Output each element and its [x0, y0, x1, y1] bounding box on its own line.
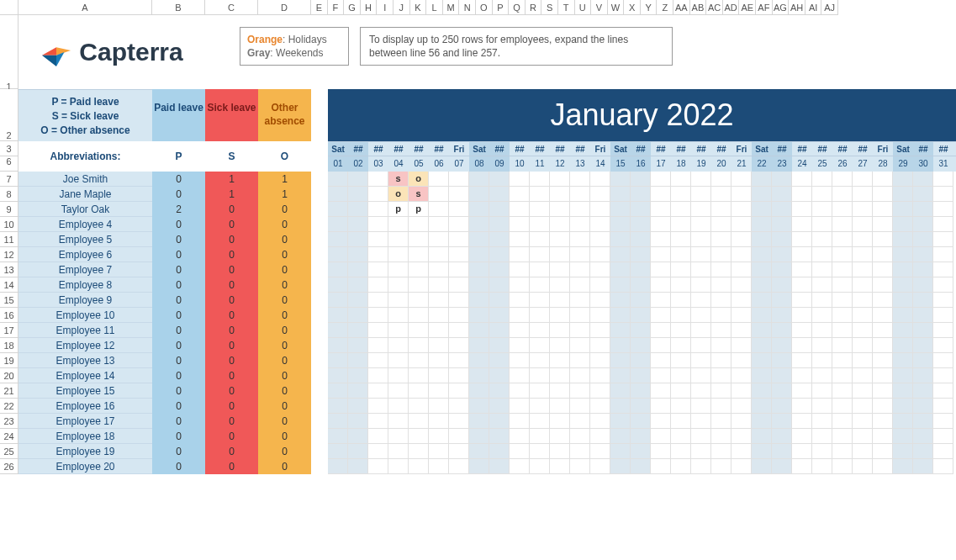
day-cell[interactable]: [671, 353, 691, 368]
day-cell[interactable]: [651, 277, 671, 293]
day-cell[interactable]: [853, 172, 873, 187]
day-cell[interactable]: [812, 353, 832, 368]
row-header[interactable]: 22: [0, 399, 18, 414]
day-cell[interactable]: [933, 217, 953, 232]
sick-count[interactable]: 0: [205, 414, 258, 429]
day-cell[interactable]: [348, 459, 368, 474]
day-cell[interactable]: [489, 262, 510, 277]
day-cell[interactable]: [792, 383, 812, 399]
day-cell[interactable]: [570, 429, 590, 444]
day-cell[interactable]: [752, 414, 772, 429]
row-header[interactable]: 18: [0, 338, 18, 353]
column-header[interactable]: O: [476, 0, 493, 15]
sick-count[interactable]: 0: [205, 217, 258, 232]
sick-count[interactable]: 0: [205, 368, 258, 383]
column-header[interactable]: B: [152, 0, 205, 15]
day-cell[interactable]: [671, 459, 691, 474]
column-header[interactable]: J: [393, 0, 410, 15]
day-cell[interactable]: [671, 444, 691, 459]
day-cell[interactable]: [893, 277, 913, 293]
day-cell[interactable]: [449, 338, 469, 353]
day-cell[interactable]: [671, 429, 691, 444]
day-cell[interactable]: [812, 323, 832, 338]
day-cell[interactable]: [328, 429, 348, 444]
day-cell[interactable]: [510, 293, 530, 308]
day-cell[interactable]: [510, 262, 530, 277]
day-cell[interactable]: [530, 399, 550, 414]
day-cell[interactable]: [368, 429, 388, 444]
day-cell[interactable]: [570, 308, 590, 323]
row-header[interactable]: 11: [0, 232, 18, 247]
day-cell[interactable]: [631, 293, 651, 308]
other-count[interactable]: 0: [258, 338, 311, 353]
day-cell[interactable]: [449, 368, 469, 383]
other-count[interactable]: 0: [258, 217, 311, 232]
day-cell[interactable]: [732, 399, 752, 414]
day-cell[interactable]: [772, 429, 792, 444]
day-cell[interactable]: [812, 277, 832, 293]
day-cell[interactable]: [873, 459, 893, 474]
day-cell[interactable]: [832, 247, 853, 262]
day-cell[interactable]: [489, 247, 510, 262]
row-header[interactable]: 1: [0, 15, 18, 89]
day-cell[interactable]: [873, 338, 893, 353]
day-cell[interactable]: [469, 368, 489, 383]
day-cell[interactable]: [732, 262, 752, 277]
day-cell[interactable]: [812, 459, 832, 474]
day-cell[interactable]: [772, 217, 792, 232]
day-cell[interactable]: [610, 217, 631, 232]
day-cell[interactable]: [590, 172, 610, 187]
day-cell[interactable]: [913, 232, 933, 247]
day-cell[interactable]: [631, 277, 651, 293]
day-cell[interactable]: [631, 172, 651, 187]
day-cell[interactable]: [469, 308, 489, 323]
employee-name[interactable]: Employee 7: [18, 262, 152, 277]
day-cell[interactable]: [550, 368, 570, 383]
day-cell[interactable]: [832, 353, 853, 368]
day-cell[interactable]: [933, 429, 953, 444]
day-cell[interactable]: [530, 277, 550, 293]
paid-count[interactable]: 0: [152, 399, 205, 414]
day-cell[interactable]: [449, 383, 469, 399]
day-cell[interactable]: [510, 247, 530, 262]
day-cell[interactable]: [328, 217, 348, 232]
day-cell[interactable]: [449, 444, 469, 459]
day-cell[interactable]: [651, 399, 671, 414]
day-cell[interactable]: [832, 399, 853, 414]
column-header[interactable]: AH: [789, 0, 805, 15]
day-cell[interactable]: [409, 217, 429, 232]
row-header[interactable]: 12: [0, 247, 18, 262]
day-cell[interactable]: [812, 202, 832, 217]
paid-count[interactable]: 0: [152, 172, 205, 187]
day-cell[interactable]: [388, 414, 409, 429]
day-cell[interactable]: [510, 429, 530, 444]
day-cell[interactable]: [691, 172, 711, 187]
day-cell[interactable]: [651, 262, 671, 277]
day-cell[interactable]: [853, 444, 873, 459]
paid-count[interactable]: 0: [152, 383, 205, 399]
day-cell[interactable]: [792, 262, 812, 277]
day-cell[interactable]: [550, 247, 570, 262]
column-header[interactable]: AA: [673, 0, 690, 15]
column-header[interactable]: AE: [739, 0, 756, 15]
day-cell[interactable]: [933, 262, 953, 277]
paid-count[interactable]: 0: [152, 459, 205, 474]
day-cell[interactable]: [388, 217, 409, 232]
day-cell[interactable]: [732, 414, 752, 429]
day-cell[interactable]: [449, 187, 469, 202]
other-count[interactable]: 0: [258, 353, 311, 368]
day-cell[interactable]: [368, 247, 388, 262]
day-cell[interactable]: [610, 323, 631, 338]
day-cell[interactable]: [530, 202, 550, 217]
day-cell[interactable]: [732, 293, 752, 308]
day-cell[interactable]: [570, 172, 590, 187]
day-cell[interactable]: [893, 353, 913, 368]
day-cell[interactable]: [550, 277, 570, 293]
day-cell[interactable]: [530, 232, 550, 247]
day-cell[interactable]: [530, 172, 550, 187]
day-cell[interactable]: [732, 368, 752, 383]
paid-count[interactable]: 0: [152, 217, 205, 232]
day-cell[interactable]: [933, 459, 953, 474]
paid-count[interactable]: 0: [152, 444, 205, 459]
day-cell[interactable]: [913, 414, 933, 429]
